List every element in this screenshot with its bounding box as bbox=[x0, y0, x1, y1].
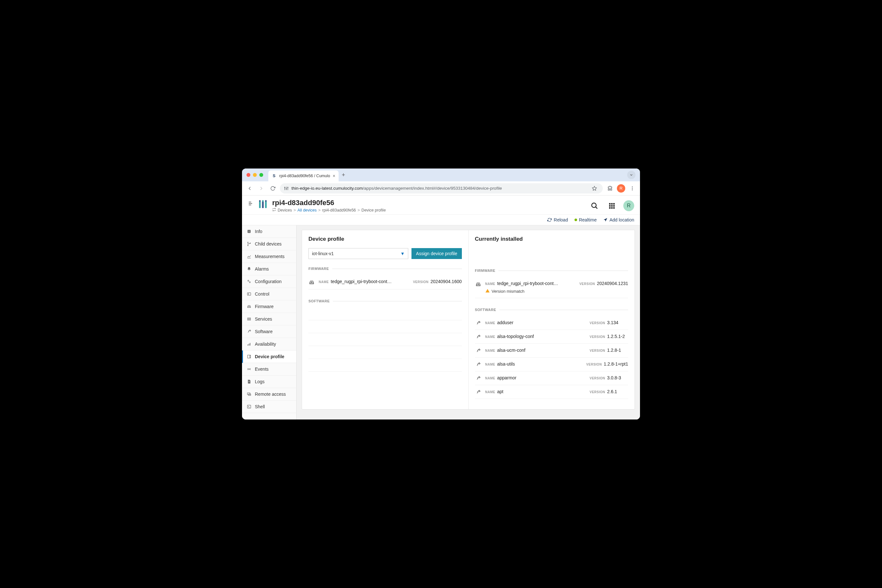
user-avatar[interactable]: R bbox=[623, 200, 634, 211]
svg-rect-16 bbox=[259, 202, 261, 208]
sidebar-item-measurements[interactable]: Measurements bbox=[242, 250, 296, 263]
file-icon bbox=[246, 380, 252, 384]
close-tab-icon[interactable]: × bbox=[333, 173, 335, 178]
svg-point-2 bbox=[288, 187, 288, 188]
sidebar-item-child-devices[interactable]: Child devices bbox=[242, 238, 296, 250]
sidebar-item-device-profile[interactable]: Device profile bbox=[242, 351, 296, 363]
firmware-name: tedge_rugpi_rpi-tryboot-contai... bbox=[331, 279, 392, 284]
empty-row bbox=[309, 346, 462, 359]
sidebar-item-services[interactable]: Services bbox=[242, 313, 296, 326]
sidebar-item-remote-access[interactable]: Remote access bbox=[242, 388, 296, 400]
svg-rect-50 bbox=[248, 355, 250, 358]
chart-icon bbox=[246, 254, 252, 259]
close-window-button[interactable] bbox=[246, 173, 250, 177]
device-profile-panel: Device profile iot-linux-v1 ▼ Assign dev… bbox=[302, 230, 635, 410]
site-settings-icon[interactable] bbox=[284, 186, 289, 191]
content-area: Device profile iot-linux-v1 ▼ Assign dev… bbox=[297, 225, 640, 420]
branch-icon bbox=[246, 242, 252, 246]
browser-titlebar: S rpi4-d83add90fe56 / Cumulo × + bbox=[242, 168, 640, 182]
reload-button[interactable] bbox=[268, 184, 277, 193]
back-button[interactable] bbox=[245, 184, 254, 193]
sidebar-item-info[interactable]: Info bbox=[242, 225, 296, 238]
software-name: alsa-topology-conf bbox=[497, 334, 534, 339]
apps-grid-icon[interactable] bbox=[606, 200, 618, 212]
svg-point-11 bbox=[632, 188, 633, 189]
sidebar-item-configuration[interactable]: Configuration bbox=[242, 275, 296, 288]
url-field[interactable]: thin-edge-io.eu-latest.cumulocity.com/ap… bbox=[280, 183, 603, 194]
header-actions: R bbox=[589, 200, 634, 212]
installed-software-list: NAMEadduser VERSION3.134 NAMEalsa-topolo… bbox=[475, 316, 628, 399]
svg-point-43 bbox=[248, 294, 249, 294]
search-icon[interactable] bbox=[589, 200, 600, 212]
minimize-window-button[interactable] bbox=[253, 173, 257, 177]
breadcrumb: Devices > All devices > rpi4-d83add90fe5… bbox=[272, 208, 589, 213]
realtime-toggle[interactable]: Realtime bbox=[574, 217, 597, 222]
reload-action[interactable]: Reload bbox=[547, 217, 568, 222]
empty-row bbox=[309, 308, 462, 320]
firmware-version: 20240904.1600 bbox=[430, 279, 462, 284]
svg-rect-52 bbox=[248, 381, 250, 382]
menu-icon[interactable] bbox=[628, 184, 637, 193]
sidebar-toggle-icon[interactable] bbox=[248, 201, 254, 208]
svg-rect-46 bbox=[248, 320, 250, 320]
profile-title: Device profile bbox=[309, 236, 462, 242]
sidebar-item-software[interactable]: Software bbox=[242, 326, 296, 338]
empty-row bbox=[309, 320, 462, 333]
software-row: NAMEalsa-ucm-conf VERSION1.2.8-1 bbox=[475, 344, 628, 357]
software-version: 1.2.8-1 bbox=[607, 348, 621, 353]
installed-firmware-name: tedge_rugpi_rpi-tryboot-contai... bbox=[497, 281, 558, 286]
software-icon bbox=[475, 321, 482, 326]
svg-rect-47 bbox=[248, 345, 248, 346]
software-row: NAMEalsa-topology-conf VERSION1.2.5.1-2 bbox=[475, 330, 628, 344]
breadcrumb-all-devices[interactable]: All devices bbox=[297, 208, 317, 213]
software-version: 1.2.5.1-2 bbox=[607, 334, 625, 339]
svg-rect-25 bbox=[611, 203, 613, 205]
software-row: NAMEapt VERSION2.6.1 bbox=[475, 385, 628, 399]
breadcrumb-device[interactable]: rpi4-d83add90fe56 bbox=[322, 208, 356, 213]
sidebar-item-firmware[interactable]: Firmware bbox=[242, 300, 296, 313]
sidebar-item-events[interactable]: Events bbox=[242, 363, 296, 375]
add-location-action[interactable]: Add location bbox=[603, 217, 634, 222]
software-icon bbox=[475, 348, 482, 353]
forward-button[interactable] bbox=[257, 184, 266, 193]
sidebar-item-alarms[interactable]: Alarms bbox=[242, 263, 296, 275]
software-row: NAMEapparmor VERSION3.0.8-3 bbox=[475, 371, 628, 385]
svg-rect-24 bbox=[609, 203, 611, 205]
svg-point-51 bbox=[249, 369, 249, 369]
tab-title: rpi4-d83add90fe56 / Cumulo bbox=[279, 174, 330, 178]
sidebar: Info Child devices Measurements Alarms C… bbox=[242, 225, 297, 420]
browser-tab[interactable]: S rpi4-d83add90fe56 / Cumulo × bbox=[268, 170, 339, 182]
sidebar-item-logs[interactable]: Logs bbox=[242, 375, 296, 388]
software-name: alsa-ucm-conf bbox=[497, 348, 525, 353]
profile-avatar[interactable]: R bbox=[617, 184, 625, 193]
svg-rect-26 bbox=[614, 203, 615, 205]
warning-icon bbox=[485, 288, 490, 294]
breadcrumb-devices[interactable]: Devices bbox=[278, 208, 292, 213]
bookmark-icon[interactable] bbox=[590, 184, 599, 193]
maximize-window-button[interactable] bbox=[260, 173, 263, 177]
software-section-label: SOFTWARE bbox=[309, 299, 462, 303]
extensions-icon[interactable] bbox=[605, 184, 614, 193]
url-text: thin-edge-io.eu-latest.cumulocity.com/ap… bbox=[291, 186, 587, 190]
profile-select[interactable]: iot-linux-v1 ▼ bbox=[309, 248, 408, 259]
svg-point-10 bbox=[632, 186, 633, 188]
software-version: 3.0.8-3 bbox=[607, 375, 621, 380]
app-header: rpi4-d83add90fe56 Devices > All devices … bbox=[242, 195, 640, 215]
new-tab-button[interactable]: + bbox=[342, 172, 345, 178]
sidebar-item-control[interactable]: Control bbox=[242, 288, 296, 300]
tab-list-button[interactable] bbox=[627, 171, 636, 179]
svg-point-22 bbox=[592, 203, 596, 208]
bars-icon bbox=[246, 342, 252, 346]
assign-profile-button[interactable]: Assign device profile bbox=[411, 248, 462, 259]
svg-rect-28 bbox=[611, 205, 613, 207]
caret-down-icon: ▼ bbox=[400, 251, 405, 256]
software-icon bbox=[475, 334, 482, 340]
sidebar-item-shell[interactable]: Shell bbox=[242, 400, 296, 413]
profile-icon bbox=[246, 354, 252, 359]
installed-firmware-row: NAMEtedge_rugpi_rpi-tryboot-contai... VE… bbox=[475, 277, 628, 298]
sidebar-item-availability[interactable]: Availability bbox=[242, 338, 296, 351]
software-version: 3.134 bbox=[607, 320, 618, 325]
svg-rect-18 bbox=[265, 202, 267, 208]
app-content: rpi4-d83add90fe56 Devices > All devices … bbox=[242, 195, 640, 420]
software-icon bbox=[475, 376, 482, 381]
